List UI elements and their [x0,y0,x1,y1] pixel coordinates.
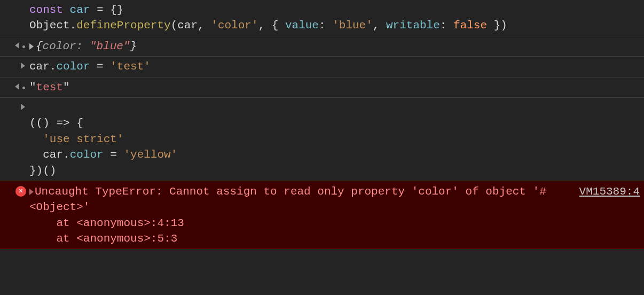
expand-triangle-icon[interactable] [29,189,34,195]
brace-open: { [36,40,43,52]
input-gutter [0,100,29,110]
object-preview[interactable]: {color: "blue"} [29,38,644,54]
string-color: 'color' [211,19,258,32]
error-icon: ✕ [15,186,26,197]
stack-line: at <anonymous>:5:3 [29,232,177,245]
identifier-car: car [63,4,90,16]
console-input-row[interactable]: (() => { 'use strict' car.color = 'yello… [0,98,644,181]
output-chevron-icon [15,83,19,90]
console-output-row[interactable]: {color: "blue"} [0,36,644,57]
error-source-link[interactable]: VM15389:4 [569,184,640,247]
code-text: : [440,19,453,32]
output-chevron-icon [15,42,19,49]
code-text: , [373,19,386,32]
prop-value: value [285,19,319,32]
output-gutter [0,80,29,90]
code-text: , { [258,19,285,32]
input-gutter [0,2,29,3]
fn-defineProperty: defineProperty [76,19,170,32]
code-text: car. [29,149,70,161]
preview-prop-value: "blue" [83,40,130,52]
quote: " [29,81,36,94]
stack-line: at <anonymous>:4:13 [29,217,184,229]
string-yellow: 'yellow' [123,149,177,161]
code-content: car.color = 'test' [29,59,644,74]
prop-writable: writable [386,19,440,32]
indent [29,133,43,145]
return-value: "test" [29,80,644,95]
code-text: = [90,60,110,73]
expand-triangle-icon[interactable] [29,43,34,50]
code-text: Object. [29,19,76,32]
code-text: = {} [90,4,123,16]
code-text: : [319,19,332,32]
brace-close: } [130,40,137,52]
input-chevron-icon [21,104,25,110]
input-chevron-icon [21,63,25,69]
string-value: test [36,81,63,94]
bool-false: false [453,19,487,32]
code-text: (car, [171,19,211,32]
string-blue: 'blue' [332,19,373,32]
output-dot-icon [22,87,25,89]
error-gutter: ✕ [0,184,29,247]
code-content: const car = {} Object.defineProperty(car… [29,2,644,34]
preview-prop-name: color: [43,40,83,52]
error-content: Uncaught TypeError: Cannot assign to rea… [29,184,569,247]
console-output-row[interactable]: "test" [0,77,644,98]
quote: " [63,81,70,94]
string-test: 'test' [110,60,151,73]
input-gutter [0,59,29,69]
prop-color: color [70,149,104,161]
keyword-const: const [29,4,63,16]
output-gutter [0,38,29,49]
code-text: car. [29,60,56,73]
console-input-row[interactable]: const car = {} Object.defineProperty(car… [0,0,644,36]
console-error-row[interactable]: ✕ Uncaught TypeError: Cannot assign to r… [0,181,644,250]
prop-color: color [56,60,90,73]
code-text: })() [29,165,56,177]
code-text: }) [487,19,507,32]
code-content: (() => { 'use strict' car.color = 'yello… [29,100,644,178]
code-text: = [104,149,124,161]
output-dot-icon [22,45,25,48]
code-text: (() => { [29,117,83,129]
string-use-strict: 'use strict' [43,133,123,145]
error-message: Uncaught TypeError: Cannot assign to rea… [29,185,546,213]
console-input-row[interactable]: car.color = 'test' [0,57,644,77]
